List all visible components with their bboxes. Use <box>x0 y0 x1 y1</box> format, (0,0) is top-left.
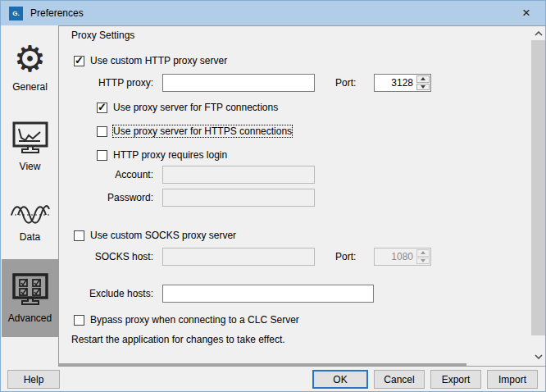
close-icon[interactable]: × <box>507 1 545 25</box>
checkbox-box[interactable] <box>97 126 107 137</box>
spinner-up-icon[interactable] <box>416 249 430 257</box>
use-http-proxy-checkbox[interactable]: ✓ Use custom HTTP proxy server <box>74 54 227 67</box>
sidebar-item-advanced[interactable]: Advanced <box>2 259 58 337</box>
ok-button[interactable]: OK <box>312 370 368 389</box>
sidebar-item-label: Data <box>20 231 40 243</box>
password-label: Password: <box>59 189 153 207</box>
title-bar: G. Preferences × <box>1 1 545 25</box>
checkbox-label: Use proxy server for HTTPS connections <box>113 125 292 137</box>
monitor-checklist-icon <box>11 272 49 308</box>
scroll-up-icon[interactable] <box>531 26 545 40</box>
spinner-up-icon[interactable] <box>416 75 430 83</box>
socks-port-value[interactable]: 1080 <box>375 248 416 265</box>
password-input[interactable] <box>162 189 315 207</box>
http-port-spinner[interactable]: 3128 <box>374 74 431 92</box>
account-input[interactable] <box>162 166 315 184</box>
horizontal-scrollbar-thumb[interactable] <box>59 363 466 366</box>
preferences-sidebar: ⚙ General View Data <box>2 25 58 367</box>
socks-host-label: SOCKS host: <box>59 248 153 266</box>
proxy-settings-panel: Proxy Settings ✓ Use custom HTTP proxy s… <box>58 25 545 367</box>
checkbox-label: Use proxy server for FTP connections <box>113 102 278 113</box>
http-proxy-input[interactable] <box>162 74 315 92</box>
checkbox-box[interactable] <box>74 315 84 326</box>
exclude-hosts-label: Exclude hosts: <box>59 285 153 303</box>
checkbox-box[interactable]: ✓ <box>74 56 84 66</box>
monitor-chart-icon <box>11 121 49 157</box>
scroll-down-icon[interactable] <box>531 349 545 363</box>
ftp-proxy-checkbox[interactable]: ✓ Use proxy server for FTP connections <box>97 101 278 114</box>
sidebar-item-view[interactable]: View <box>2 107 58 185</box>
dialog-footer: Help OK Cancel Export Import <box>2 367 544 390</box>
section-title: Proxy Settings <box>71 26 134 44</box>
checkbox-box[interactable]: ✓ <box>97 103 107 113</box>
http-port-label: Port: <box>335 74 356 92</box>
sidebar-item-label: Advanced <box>8 312 52 324</box>
app-logo-icon: G. <box>9 7 23 21</box>
https-proxy-checkbox[interactable]: Use proxy server for HTTPS connections <box>97 125 292 138</box>
checkbox-box[interactable] <box>74 230 84 241</box>
window-title: Preferences <box>30 7 84 19</box>
socks-port-spinner[interactable]: 1080 <box>374 248 431 266</box>
cancel-button[interactable]: Cancel <box>374 370 425 389</box>
preferences-dialog: G. Preferences × ⚙ General View <box>0 0 546 392</box>
checkbox-label: Use custom HTTP proxy server <box>90 55 227 66</box>
sine-waves-icon <box>11 203 50 227</box>
checkbox-label: Use custom SOCKS proxy server <box>90 230 236 241</box>
sidebar-item-data[interactable]: Data <box>2 185 58 259</box>
spinner-down-icon[interactable] <box>416 84 430 91</box>
spinner-down-icon[interactable] <box>416 258 430 265</box>
bypass-proxy-checkbox[interactable]: Bypass proxy when connecting to a CLC Se… <box>74 313 299 326</box>
checkbox-box[interactable] <box>97 150 107 161</box>
sidebar-item-label: General <box>12 81 48 93</box>
gear-icon: ⚙ <box>14 41 46 77</box>
socks-host-input[interactable] <box>162 248 315 266</box>
vertical-scrollbar[interactable] <box>531 26 545 363</box>
exclude-hosts-input[interactable] <box>162 285 374 303</box>
sidebar-item-general[interactable]: ⚙ General <box>2 30 58 103</box>
help-button[interactable]: Help <box>7 370 60 389</box>
proxy-login-checkbox[interactable]: HTTP proxy requires login <box>97 148 227 162</box>
account-label: Account: <box>59 166 153 184</box>
checkbox-label: Bypass proxy when connecting to a CLC Se… <box>90 314 299 326</box>
restart-note: Restart the application for changes to t… <box>71 330 285 349</box>
socks-port-label: Port: <box>335 248 356 266</box>
http-proxy-label: HTTP proxy: <box>59 74 153 92</box>
horizontal-scrollbar[interactable] <box>59 363 531 366</box>
http-port-value[interactable]: 3128 <box>375 75 416 91</box>
export-button[interactable]: Export <box>430 370 481 389</box>
use-socks-proxy-checkbox[interactable]: Use custom SOCKS proxy server <box>74 229 236 242</box>
vertical-scrollbar-thumb[interactable] <box>531 40 545 335</box>
sidebar-item-label: View <box>20 161 41 172</box>
checkbox-label: HTTP proxy requires login <box>113 149 227 161</box>
import-button[interactable]: Import <box>487 370 538 389</box>
